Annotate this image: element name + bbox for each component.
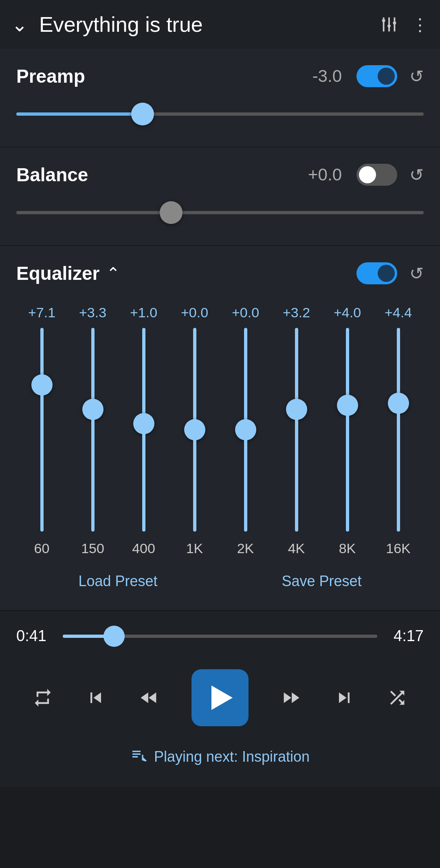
eq-band-400-slider[interactable] [141, 328, 147, 532]
preamp-slider[interactable] [16, 102, 424, 126]
preamp-section: Preamp -3.0 ↺ [0, 49, 440, 147]
eq-band-1k-slider[interactable] [192, 328, 198, 532]
player-section: 0:41 4:17 [0, 611, 440, 787]
preamp-reset-button[interactable]: ↺ [409, 66, 424, 86]
save-preset-button[interactable]: Save Preset [282, 573, 361, 590]
eq-band-60-label: 60 [34, 541, 50, 556]
balance-reset-button[interactable]: ↺ [409, 165, 424, 185]
eq-band-2k-value: +0.0 [232, 305, 259, 321]
eq-band-60-value: +7.1 [28, 305, 55, 321]
eq-band-400-label: 400 [132, 541, 155, 556]
equalizer-header: Equalizer ⌃ ↺ [16, 262, 424, 284]
balance-slider-track [16, 211, 424, 214]
rewind-button[interactable] [139, 687, 160, 708]
preamp-slider-track [16, 112, 424, 116]
progress-row: 0:41 4:17 [16, 627, 424, 645]
collapse-chevron-icon[interactable]: ⌄ [11, 13, 28, 36]
equalizer-section: Equalizer ⌃ ↺ +7.1 60 +3.3 [0, 246, 440, 611]
play-icon [211, 686, 233, 710]
progress-thumb[interactable] [103, 626, 125, 647]
more-vert-icon[interactable]: ⋮ [411, 15, 429, 35]
balance-slider[interactable] [16, 200, 424, 225]
eq-band-8k-label: 8K [339, 541, 356, 556]
preamp-toggle[interactable] [356, 65, 397, 87]
settings-sliders-icon[interactable] [380, 15, 398, 34]
eq-band-16k-label: 16K [386, 541, 411, 556]
eq-band-8k: +4.0 8K [325, 305, 370, 556]
eq-band-4k-value: +3.2 [283, 305, 310, 321]
previous-button[interactable] [85, 687, 106, 708]
equalizer-label: Equalizer [16, 262, 100, 284]
balance-label: Balance [16, 164, 308, 186]
current-time: 0:41 [16, 627, 53, 645]
eq-band-8k-slider[interactable] [345, 328, 350, 532]
eq-band-1k-label: 1K [186, 541, 203, 556]
playback-controls [16, 669, 424, 726]
preamp-header: Preamp -3.0 ↺ [16, 65, 424, 87]
eq-band-60: +7.1 60 [20, 305, 64, 556]
preamp-label: Preamp [16, 65, 312, 87]
balance-slider-thumb[interactable] [160, 201, 183, 224]
eq-band-2k: +0.0 2K [223, 305, 268, 556]
eq-band-400: +1.0 400 [121, 305, 166, 556]
preamp-value: -3.0 [312, 66, 342, 86]
shuffle-button[interactable] [387, 687, 408, 708]
preamp-slider-thumb[interactable] [131, 103, 154, 125]
balance-header: Balance +0.0 ↺ [16, 164, 424, 186]
preamp-toggle-knob [378, 68, 395, 85]
load-preset-button[interactable]: Load Preset [78, 573, 157, 590]
repeat-button[interactable] [32, 687, 53, 708]
header: ⌄ Everything is true ⋮ [0, 0, 440, 49]
progress-track[interactable] [63, 635, 377, 638]
next-button[interactable] [334, 687, 355, 708]
eq-band-8k-value: +4.0 [334, 305, 361, 321]
next-playing-label: Playing next: Inspiration [154, 748, 310, 765]
queue-music-icon [130, 747, 147, 767]
equalizer-toggle-knob [378, 265, 395, 282]
balance-toggle-knob [359, 166, 376, 183]
fast-forward-button[interactable] [280, 687, 301, 708]
eq-band-2k-slider[interactable] [243, 328, 249, 532]
total-time: 4:17 [387, 627, 424, 645]
balance-section: Balance +0.0 ↺ [0, 147, 440, 246]
eq-band-150-label: 150 [81, 541, 104, 556]
eq-band-4k-slider[interactable] [294, 328, 299, 532]
equalizer-collapse-icon[interactable]: ⌃ [106, 264, 120, 283]
header-icons: ⋮ [380, 15, 429, 35]
eq-band-150-value: +3.3 [79, 305, 106, 321]
eq-band-1k-value: +0.0 [181, 305, 208, 321]
eq-band-1k: +0.0 1K [172, 305, 217, 556]
eq-band-4k: +3.2 4K [274, 305, 319, 556]
eq-band-150: +3.3 150 [70, 305, 115, 556]
song-title: Everything is true [39, 12, 380, 37]
eq-band-2k-label: 2K [237, 541, 254, 556]
eq-band-16k: +4.4 16K [376, 305, 421, 556]
eq-band-16k-value: +4.4 [385, 305, 412, 321]
play-button[interactable] [191, 669, 249, 726]
balance-toggle[interactable] [356, 164, 397, 186]
equalizer-reset-button[interactable]: ↺ [409, 264, 424, 283]
eq-band-16k-slider[interactable] [396, 328, 401, 532]
eq-band-4k-label: 4K [288, 541, 305, 556]
eq-band-60-slider[interactable] [39, 328, 45, 532]
equalizer-bands: +7.1 60 +3.3 150 +1.0 [16, 305, 424, 556]
eq-presets-row: Load Preset Save Preset [16, 573, 424, 590]
eq-band-150-slider[interactable] [90, 328, 96, 532]
balance-value: +0.0 [308, 165, 342, 185]
eq-band-400-value: +1.0 [130, 305, 157, 321]
next-playing-row: Playing next: Inspiration [16, 747, 424, 767]
equalizer-toggle[interactable] [356, 262, 397, 284]
